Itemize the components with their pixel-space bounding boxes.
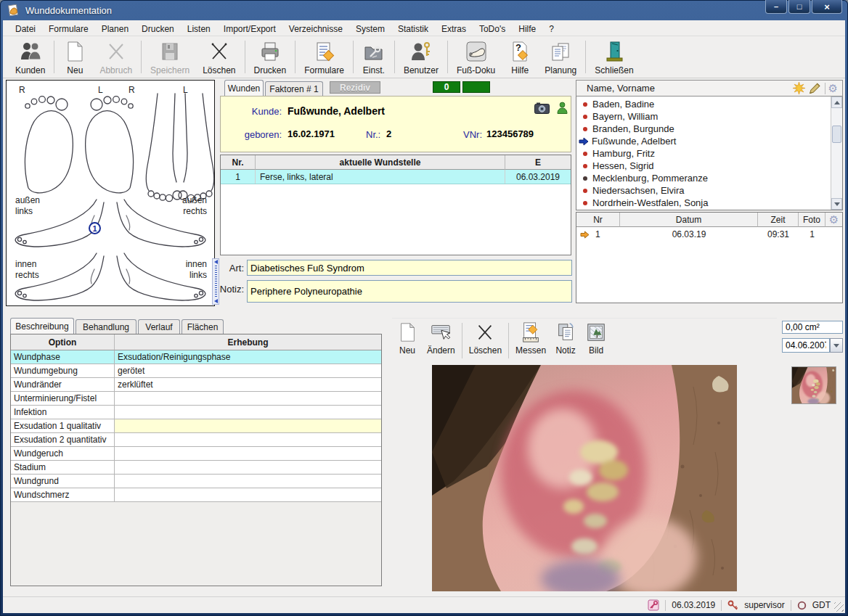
menu-drucken[interactable]: Drucken <box>135 22 181 36</box>
option-row[interactable]: Wundgeruch <box>11 447 381 461</box>
maximize-button[interactable]: □ <box>788 0 810 14</box>
tab-faktoren[interactable]: Faktoren # 1 <box>265 81 323 96</box>
patient-list-item[interactable]: Nordrhein-Westfalen, Sonja <box>576 197 842 209</box>
tab-behandlung[interactable]: Behandlung <box>76 319 136 334</box>
option-row[interactable]: Wundschmerz <box>11 488 381 502</box>
toolbar-button-benutzer[interactable]: Benutzer <box>397 36 445 78</box>
col-header-zeit[interactable]: Zeit <box>758 213 799 227</box>
option-row[interactable]: Infektion <box>11 406 381 419</box>
patient-list-item[interactable]: Bayern, William <box>576 110 842 123</box>
photo-button-messen[interactable]: Messen <box>511 319 550 363</box>
col-header-nr[interactable]: Nr <box>576 213 620 227</box>
scroll-down-arrow[interactable] <box>831 198 842 210</box>
col-header-datum[interactable]: Datum <box>620 213 758 227</box>
photo-button-neu[interactable]: Neu <box>392 319 423 363</box>
col-header-option[interactable]: Option <box>11 334 115 350</box>
option-row[interactable]: Wundphase Exsudation/Reinigungsphase <box>11 350 381 364</box>
menu-import-export[interactable]: Import/Export <box>217 22 282 36</box>
wound-site-marker[interactable]: 1 <box>89 222 101 234</box>
photo-button-aendern[interactable]: Ändern <box>423 319 460 363</box>
menu-datei[interactable]: Datei <box>9 22 42 36</box>
resize-grip[interactable] <box>834 602 844 612</box>
toolbar-button-fuss-doku[interactable]: Fuß-Doku <box>450 36 502 78</box>
toolbar-button-hilfe[interactable]: ? Hilfe <box>502 36 538 78</box>
patient-list-item[interactable]: Baden, Badine <box>576 98 842 110</box>
tab-verlauf[interactable]: Verlauf <box>138 319 180 334</box>
photo-button-loeschen[interactable]: Löschen <box>465 319 506 363</box>
camera-icon[interactable] <box>534 102 550 114</box>
tab-wunden[interactable]: Wunden <box>224 80 264 96</box>
menu-extras[interactable]: Extras <box>435 22 473 36</box>
status-separator <box>665 600 666 611</box>
menu-planen[interactable]: Planen <box>95 22 135 36</box>
menu-system[interactable]: System <box>349 22 391 36</box>
menu-statistik[interactable]: Statistik <box>391 22 435 36</box>
person-icon[interactable] <box>557 102 568 114</box>
toolbar-button-drucken[interactable]: Drucken <box>248 36 293 78</box>
option-row[interactable]: Wundränder zerklüftet <box>11 378 381 392</box>
menu-listen[interactable]: Listen <box>181 22 217 36</box>
photo-date-field[interactable] <box>782 338 830 353</box>
photo-date-dropdown-button[interactable] <box>830 338 843 353</box>
wound-photo-thumbnail[interactable] <box>791 366 836 404</box>
wound-site-row[interactable]: 1 Ferse, links, lateral 06.03.2019 <box>221 170 571 184</box>
wound-photo[interactable] <box>432 365 737 591</box>
area-value-field[interactable] <box>782 321 843 334</box>
tab-beschreibung[interactable]: Beschreibung <box>10 318 74 334</box>
patient-list-scrollbar[interactable] <box>831 96 842 210</box>
photo-button-notiz[interactable]: Notiz <box>550 319 581 363</box>
menu-hilfe[interactable]: Hilfe <box>512 22 542 36</box>
rezidiv-button[interactable]: Rezidiv <box>330 81 380 94</box>
patient-list-item[interactable]: Hamburg, Fritz <box>576 147 842 160</box>
window-controls: – □ × <box>765 0 842 14</box>
menu-todos[interactable]: ToDo's <box>473 22 512 36</box>
patient-list-item[interactable]: Hessen, Sigrid <box>576 160 842 172</box>
tab-flaechen[interactable]: Flächen <box>182 319 224 334</box>
patient-list-item[interactable]: Niedersachsen, Elvira <box>576 184 842 197</box>
edit-patient-icon[interactable] <box>809 82 822 95</box>
status-user: supervisor <box>744 600 784 610</box>
photo-session-row[interactable]: 1 06.03.19 09:31 1 <box>576 227 842 242</box>
option-row[interactable]: Wundgrund <box>11 475 381 488</box>
menu-formulare[interactable]: Formulare <box>42 22 95 36</box>
col-header-foto[interactable]: Foto <box>799 213 825 227</box>
exit-door-icon <box>603 40 626 63</box>
toolbar-button-kunden[interactable]: Kunden <box>9 36 52 78</box>
toolbar-button-einst[interactable]: Einst. <box>356 36 392 78</box>
toolbar-button-loeschen[interactable]: Löschen <box>196 36 242 78</box>
scroll-up-arrow[interactable] <box>831 96 842 108</box>
app-client-area: Datei Formulare Planen Drucken Listen Im… <box>3 20 845 613</box>
col-header-e[interactable]: E <box>505 155 571 170</box>
table-settings-gear-icon[interactable]: ⚙ <box>825 213 842 227</box>
patient-list-item[interactable]: Branden, Burgunde <box>576 123 842 135</box>
option-row[interactable]: Exsudation 2 quantitativ <box>11 433 381 447</box>
option-row[interactable]: Stadium <box>11 461 381 475</box>
notiz-input[interactable] <box>247 280 572 303</box>
toolbar-button-neu[interactable]: Neu <box>57 36 93 78</box>
toolbar-button-abbruch[interactable]: Abbruch <box>93 36 139 78</box>
col-header-erhebung[interactable]: Erhebung <box>115 334 381 350</box>
kunde-label: Kunde: <box>221 106 282 117</box>
bullet-icon <box>583 189 587 193</box>
option-row[interactable]: Unterminierung/Fistel <box>11 392 381 406</box>
list-settings-gear-icon[interactable]: ⚙ <box>828 83 838 94</box>
minimize-button[interactable]: – <box>765 0 787 14</box>
menu-help-qm[interactable]: ? <box>542 22 560 36</box>
patient-list-item-selected[interactable]: Fußwunde, Adelbert <box>576 135 842 147</box>
option-row[interactable]: Exsudation 1 qualitativ <box>11 419 381 433</box>
new-patient-icon[interactable] <box>793 82 806 95</box>
scroll-thumb[interactable] <box>832 126 841 143</box>
option-row[interactable]: Wundumgebung gerötet <box>11 364 381 378</box>
close-button[interactable]: × <box>812 0 842 14</box>
art-input[interactable] <box>247 260 572 276</box>
toolbar-button-formulare[interactable]: Formulare <box>298 36 351 78</box>
toolbar-button-planung[interactable]: Planung <box>538 36 583 78</box>
col-header-site[interactable]: aktuelle Wundstelle <box>256 155 505 170</box>
col-header-nr[interactable]: Nr. <box>221 155 256 170</box>
photo-button-bild[interactable]: Bild <box>581 319 611 363</box>
menu-verzeichnisse[interactable]: Verzeichnisse <box>282 22 349 36</box>
toolbar-button-schliessen[interactable]: Schließen <box>588 36 640 78</box>
patient-list-item[interactable]: Mecklenburg, Pommeranze <box>576 172 842 184</box>
toolbar-button-speichern[interactable]: Speichern <box>144 36 196 78</box>
foot-location-diagram[interactable]: R L R L außen links außen rechts innen r… <box>6 80 215 306</box>
